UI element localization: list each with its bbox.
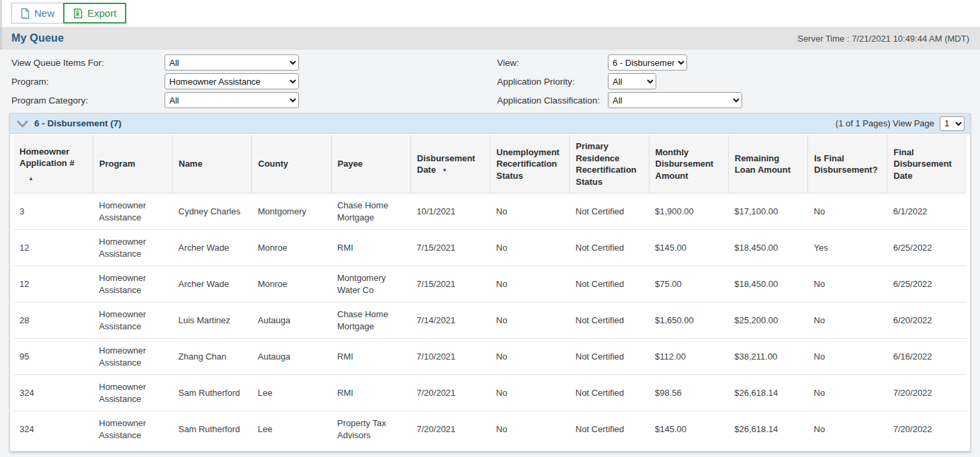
filter-row-application-priority: Application Priority: All	[497, 73, 742, 89]
column-header-label: Remaining Loan Amount	[735, 153, 791, 175]
view-queue-items-label: View Queue Items For:	[11, 58, 165, 68]
program-category-label: Program Category:	[11, 95, 165, 106]
table-row[interactable]: 12Homeowner AssistanceArcher WadeMonroeR…	[13, 230, 967, 266]
table-row[interactable]: 12Homeowner AssistanceArcher WadeMonroeM…	[13, 266, 967, 302]
page-select[interactable]: 1	[940, 116, 965, 131]
table-cell: $1,650.00	[649, 302, 728, 339]
table-cell: No	[808, 411, 887, 448]
table-cell: Monroe	[252, 266, 331, 302]
chevron-down-icon[interactable]	[17, 118, 28, 130]
excel-export-icon	[73, 8, 83, 19]
sort-ascending-icon: ▲	[19, 175, 87, 183]
column-header[interactable]: Name	[173, 135, 252, 194]
table-cell: No	[490, 302, 570, 339]
column-header[interactable]: Homeowner Application #▲	[13, 135, 93, 194]
new-button[interactable]: New	[11, 3, 64, 24]
table-cell: $1,900.00	[649, 194, 728, 230]
column-header[interactable]: Payee	[331, 135, 410, 194]
table-cell: $18,450.00	[728, 266, 807, 302]
table-cell: Sam Rutherford	[173, 411, 252, 448]
column-header-label: Homeowner Application #	[19, 147, 75, 169]
table-cell: Not Certified	[570, 230, 649, 266]
table-cell: $145.00	[649, 230, 728, 266]
table-cell: Autauga	[252, 302, 331, 339]
table-cell: Lee	[252, 375, 331, 411]
table-cell: Homeowner Assistance	[93, 302, 172, 339]
table-cell: Not Certified	[570, 375, 649, 411]
filter-row-program: Program: Homeowner Assistance	[11, 73, 497, 89]
queue-table: Homeowner Application #▲ProgramNameCount…	[13, 135, 967, 448]
table-cell: $75.00	[649, 266, 728, 302]
table-cell: Monroe	[252, 230, 331, 266]
table-row[interactable]: 324Homeowner AssistanceSam RutherfordLee…	[13, 375, 967, 411]
table-row[interactable]: 324Homeowner AssistanceSam RutherfordLee…	[13, 411, 967, 448]
table-cell: Homeowner Assistance	[93, 194, 172, 230]
table-cell: 12	[13, 266, 93, 302]
application-priority-select[interactable]: All	[608, 73, 656, 89]
table-cell: Autauga	[252, 339, 331, 375]
table-cell: Lee	[252, 411, 331, 448]
table-cell: Sam Rutherford	[173, 375, 252, 411]
table-cell: 28	[13, 302, 93, 339]
table-cell: No	[490, 194, 570, 230]
table-cell: 6/1/2022	[887, 194, 967, 230]
view-queue-items-select[interactable]: All	[165, 54, 299, 71]
table-cell: No	[490, 230, 570, 266]
table-cell: Homeowner Assistance	[93, 375, 172, 411]
column-header[interactable]: Primary Residence Recertification Status	[570, 135, 649, 194]
table-row[interactable]: 95Homeowner AssistanceZhang ChanAutaugaR…	[13, 339, 967, 375]
table-cell: No	[490, 339, 570, 375]
column-header-label: Payee	[338, 159, 363, 169]
table-cell: Not Certified	[570, 339, 649, 375]
column-header-label: Primary Residence Recertification Status	[576, 141, 636, 187]
table-cell: Montgomery Water Co	[331, 266, 410, 302]
table-cell: No	[808, 375, 887, 411]
column-header[interactable]: Program	[93, 135, 172, 194]
table-cell: 6/20/2022	[887, 302, 967, 339]
program-category-select[interactable]: All	[165, 92, 299, 108]
table-cell: No	[490, 266, 570, 302]
table-row[interactable]: 28Homeowner AssistanceLuis MartinezAutau…	[13, 302, 967, 339]
view-select[interactable]: 6 - Disbursement	[608, 54, 687, 71]
column-header-label: Unemployment Recertification Status	[496, 147, 560, 181]
table-row[interactable]: 3Homeowner AssistanceCydney CharlesMontg…	[13, 194, 967, 230]
table-cell: $98.56	[649, 375, 728, 411]
table-cell: 7/14/2021	[410, 302, 490, 339]
table-cell: Not Certified	[570, 194, 649, 230]
filter-row-program-category: Program Category: All	[11, 92, 497, 108]
column-header[interactable]: Final Disbursement Date	[887, 135, 967, 194]
application-classification-select[interactable]: All	[608, 92, 742, 108]
filter-row-view-queue-items: View Queue Items For: All	[11, 54, 497, 71]
column-header[interactable]: Monthly Disbursement Amount	[649, 135, 728, 194]
column-header[interactable]: Remaining Loan Amount	[728, 135, 807, 194]
table-cell: Not Certified	[570, 411, 649, 448]
table-cell: No	[808, 266, 887, 302]
export-button[interactable]: Export	[63, 3, 126, 24]
table-cell: $38,211.00	[728, 339, 807, 375]
column-header[interactable]: Disbursement Date▼	[410, 135, 490, 194]
table-cell: Chase Home Mortgage	[331, 302, 410, 339]
table-header-row: Homeowner Application #▲ProgramNameCount…	[13, 135, 967, 194]
column-header[interactable]: Is Final Disbursement?	[808, 135, 887, 194]
queue-panel: 6 - Disbursement (7) (1 of 1 Pages) View…	[9, 113, 971, 452]
table-cell: 10/1/2021	[410, 194, 490, 230]
table-cell: 7/20/2021	[410, 375, 490, 411]
table-cell: 12	[13, 230, 93, 266]
program-select[interactable]: Homeowner Assistance	[165, 73, 299, 89]
table-cell: Luis Martinez	[173, 302, 252, 339]
table-cell: $112.00	[649, 339, 728, 375]
table-cell: $17,100.00	[728, 194, 807, 230]
column-header[interactable]: County	[252, 135, 331, 194]
queue-panel-header[interactable]: 6 - Disbursement (7) (1 of 1 Pages) View…	[10, 114, 970, 134]
table-cell: Cydney Charles	[173, 194, 252, 230]
table-cell: 7/10/2021	[410, 339, 490, 375]
table-cell: 324	[13, 375, 93, 411]
table-cell: No	[490, 375, 570, 411]
pagination-label: (1 of 1 Pages) View Page	[836, 118, 934, 128]
filters-right-column: View: 6 - Disbursement Application Prior…	[497, 54, 742, 108]
column-header[interactable]: Unemployment Recertification Status	[490, 135, 570, 194]
titlebar: My Queue Server Time : 7/21/2021 10:49:4…	[0, 27, 980, 50]
new-button-label: New	[34, 7, 54, 19]
table-cell: $18,450.00	[728, 230, 807, 266]
queue-panel-title: 6 - Disbursement (7)	[34, 118, 836, 128]
